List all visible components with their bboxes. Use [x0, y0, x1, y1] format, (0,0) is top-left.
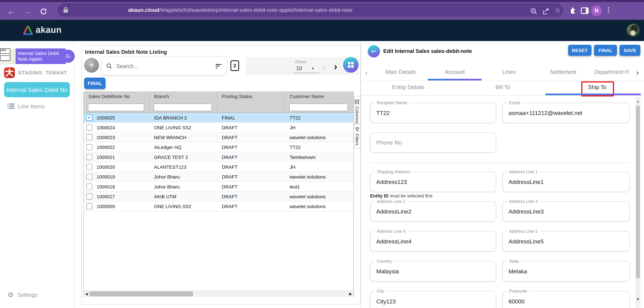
- tabs-scroll-right-icon[interactable]: ›: [635, 69, 640, 77]
- scroll-down-icon[interactable]: ▼: [636, 297, 640, 301]
- sidebar-item-tenant[interactable]: STAGING_TENANT: [4, 67, 67, 78]
- search-input[interactable]: [115, 62, 216, 69]
- sidebar-item-line-items[interactable]: Line Items: [8, 103, 45, 110]
- scroll-right-icon[interactable]: ▶: [349, 292, 352, 296]
- browser-profile-avatar[interactable]: N: [591, 5, 602, 16]
- column-header-branch[interactable]: Branch: [150, 92, 217, 102]
- browser-forward-button[interactable]: →: [23, 7, 32, 16]
- city-field[interactable]: City City123: [370, 291, 496, 308]
- bookmark-star-icon[interactable]: ☆: [554, 6, 563, 14]
- phone-no-field[interactable]: Phone No: [370, 132, 496, 153]
- filters-side-tab[interactable]: Filters: [354, 124, 361, 148]
- row-checkbox[interactable]: ✓: [86, 183, 92, 190]
- table-row[interactable]: ✓ 1000022 AiLedger HQ DRAFT TT22: [84, 142, 353, 152]
- table-row[interactable]: ✓ 1000009 ONE LIVING SS2 DRAFT wavelet s…: [84, 202, 353, 211]
- row-checkbox[interactable]: ✓: [86, 144, 92, 150]
- column-header-posting-status[interactable]: Posting Status: [217, 92, 285, 102]
- table-row[interactable]: ✓ 1000025 IDA BRANCH 2 FINAL TT22: [84, 113, 353, 123]
- table-row[interactable]: ✓ 1000018 Johor Bharu DRAFT test1: [84, 182, 353, 192]
- sidebar-item-internal-sales-debit-note[interactable]: Internal Sales Debit No: [4, 82, 70, 97]
- table-row[interactable]: ✓ 1000020 ALANTEST123 DRAFT JH: [84, 162, 353, 172]
- duplicate-view-icon[interactable]: 2: [230, 60, 239, 71]
- address-line-2-field[interactable]: Address Line 2 AddressLine2: [370, 201, 496, 222]
- row-checkbox[interactable]: ✓: [86, 154, 92, 160]
- address-bar[interactable]: akaun.cloud/#/applets/tnt/wavelet/erp/in…: [58, 3, 563, 17]
- save-button[interactable]: SAVE: [620, 45, 640, 56]
- active-tab-underline: [428, 79, 482, 80]
- collapse-menu-icon[interactable]: ☰‹: [62, 50, 75, 63]
- scroll-up-icon[interactable]: ▲: [636, 99, 640, 103]
- columns-side-tab[interactable]: Columns: [354, 96, 361, 124]
- filter-input-customer-name[interactable]: [289, 103, 348, 111]
- cell-branch: GRACE TEST 2: [150, 155, 217, 159]
- address-line-3-value: AddressLine3: [508, 208, 544, 215]
- column-header-sales-debitnote-no[interactable]: Sales DebitNote No: [84, 92, 150, 102]
- tab-department-handling[interactable]: Department H: [590, 69, 633, 75]
- chevron-down-icon[interactable]: ▼: [311, 66, 315, 70]
- sidebar-item-applet[interactable]: DEBIT Internal Sales Debit Note Applet ☰…: [0, 48, 74, 64]
- final-action-button[interactable]: FINAL: [84, 78, 106, 89]
- scroll-left-icon[interactable]: ◀: [85, 292, 88, 296]
- table-row[interactable]: ✓ 1000023 NEW BRANCH DRAFT wavelet solut…: [84, 133, 353, 142]
- row-checkbox[interactable]: ✓: [86, 164, 92, 170]
- subtab-bill-to[interactable]: Bill To: [456, 80, 550, 95]
- row-checkbox[interactable]: ✓: [86, 114, 92, 121]
- grid-view-button[interactable]: [343, 57, 358, 73]
- zoom-out-icon[interactable]: [530, 7, 538, 16]
- state-field[interactable]: State Melaka: [502, 261, 630, 282]
- sidebar-item-settings[interactable]: ⚙ Settings: [8, 291, 38, 299]
- address-line-3-field[interactable]: Address Line 3 AddressLine3: [502, 201, 630, 222]
- table-row[interactable]: ✓ 1000019 Johor Bharu DRAFT wavelet solu…: [84, 172, 353, 182]
- address-line-5-field[interactable]: Address Line 5 AddressLine5: [502, 231, 630, 252]
- column-header-customer-name[interactable]: Customer Name: [285, 92, 353, 102]
- search-box[interactable]: [102, 57, 226, 75]
- subtab-entity-details[interactable]: Entity Details: [361, 80, 456, 95]
- table-row[interactable]: ✓ 1000021 GRACE TEST 2 DRAFT Tamilselvam: [84, 152, 353, 162]
- address-line-4-field[interactable]: Address Line 4 AddressLine4: [370, 231, 496, 252]
- vertical-scroll-thumb[interactable]: [636, 106, 640, 279]
- table-row[interactable]: ✓ 1000024 ONE LIVING SS2 DRAFT JH: [84, 123, 353, 133]
- filter-input-branch[interactable]: [154, 103, 212, 111]
- user-avatar[interactable]: [627, 24, 640, 36]
- postcode-field[interactable]: Postcode 60000: [502, 291, 630, 308]
- row-checkbox[interactable]: ✓: [86, 174, 92, 180]
- rows-per-page-select[interactable]: 10: [296, 65, 302, 71]
- email-value: asmaa+111212@wavelet.net: [508, 110, 582, 116]
- vertical-scrollbar[interactable]: ▲ ▼: [636, 97, 640, 308]
- next-page-button[interactable]: ›: [334, 61, 337, 72]
- row-checkbox[interactable]: ✓: [86, 203, 92, 209]
- filter-list-icon[interactable]: [216, 63, 222, 69]
- listing-title: Internal Sales Debit Note Listing: [85, 49, 167, 55]
- address-line-1-field[interactable]: Address Line 1 AddressLine1: [502, 172, 630, 192]
- browser-refresh-icon[interactable]: [39, 7, 48, 16]
- tab-lines[interactable]: Lines: [482, 69, 536, 75]
- tab-settlement[interactable]: Settlement: [536, 69, 590, 75]
- back-button[interactable]: ↩: [368, 45, 380, 57]
- browser-menu-icon[interactable]: ⋮: [606, 6, 612, 13]
- recipient-name-field[interactable]: Recipient Name TT22: [370, 103, 496, 123]
- email-field[interactable]: Email asmaa+111212@wavelet.net: [502, 103, 630, 123]
- state-value: Melaka: [508, 268, 527, 275]
- final-button[interactable]: FINAL: [594, 45, 617, 56]
- horizontal-scrollbar[interactable]: ◀ ▶: [84, 291, 353, 297]
- row-checkbox[interactable]: ✓: [86, 134, 92, 140]
- row-checkbox[interactable]: ✓: [86, 124, 92, 130]
- add-record-button[interactable]: +: [84, 58, 99, 72]
- lock-icon[interactable]: [63, 6, 71, 15]
- country-field[interactable]: Country Malaysia: [370, 261, 496, 282]
- side-panel-icon[interactable]: [581, 7, 589, 14]
- tabs-scroll-left-icon[interactable]: ‹: [365, 69, 368, 77]
- previous-page-button[interactable]: ‹: [322, 61, 326, 72]
- share-icon[interactable]: [542, 7, 550, 16]
- row-checkbox[interactable]: ✓: [86, 193, 92, 200]
- extensions-puzzle-icon[interactable]: [570, 6, 578, 14]
- tab-main-details[interactable]: Main Details: [373, 69, 428, 75]
- table-row[interactable]: ✓ 1000017 AKIB UTM DRAFT wavelet solutio…: [84, 192, 353, 202]
- browser-back-button[interactable]: ←: [6, 7, 16, 16]
- reset-button[interactable]: RESET: [568, 45, 592, 56]
- cell-posting-status: DRAFT: [217, 125, 285, 130]
- filter-input-debitnote-no[interactable]: [88, 103, 144, 111]
- shipping-address-field[interactable]: Shipping Address Address123: [370, 172, 496, 192]
- tab-account[interactable]: Account: [428, 69, 482, 75]
- horizontal-scroll-thumb[interactable]: [90, 292, 193, 296]
